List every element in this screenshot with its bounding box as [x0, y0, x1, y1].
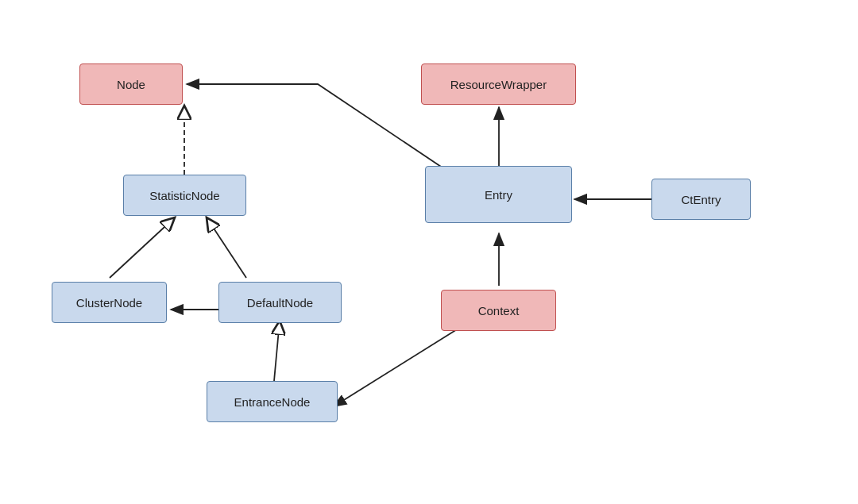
node-EntranceNode-label: EntranceNode	[234, 395, 311, 409]
svg-line-7	[207, 217, 246, 278]
svg-line-9	[274, 321, 280, 381]
node-CtEntry: CtEntry	[651, 179, 751, 220]
node-Node: Node	[79, 63, 183, 105]
node-ResourceWrapper: ResourceWrapper	[421, 63, 576, 105]
node-EntranceNode: EntranceNode	[207, 381, 338, 422]
node-ClusterNode-label: ClusterNode	[76, 296, 142, 310]
node-ResourceWrapper-label: ResourceWrapper	[450, 78, 547, 91]
node-Entry-label: Entry	[485, 188, 512, 202]
node-DefaultNode: DefaultNode	[218, 282, 342, 323]
node-Entry: Entry	[425, 166, 572, 223]
node-Context: Context	[441, 290, 556, 331]
svg-line-6	[110, 217, 175, 278]
node-CtEntry-label: CtEntry	[681, 193, 721, 206]
diagram-container: Node ResourceWrapper StatisticNode Entry…	[0, 0, 858, 504]
node-StatisticNode: StatisticNode	[123, 175, 246, 216]
node-ClusterNode: ClusterNode	[52, 282, 167, 323]
node-StatisticNode-label: StatisticNode	[149, 189, 219, 202]
node-Context-label: Context	[478, 304, 520, 317]
node-Node-label: Node	[117, 78, 145, 91]
node-DefaultNode-label: DefaultNode	[247, 296, 313, 310]
